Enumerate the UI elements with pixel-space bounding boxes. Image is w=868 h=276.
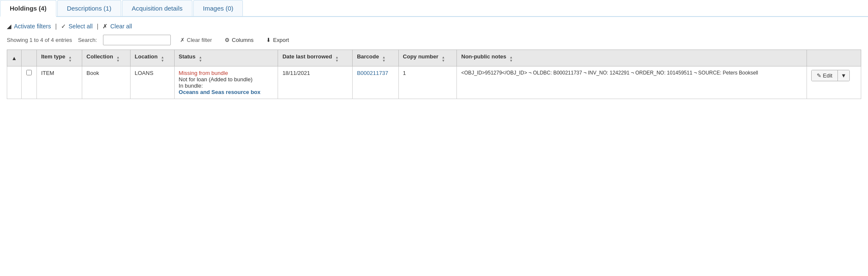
search-input[interactable] <box>103 35 171 45</box>
row-copy-number: 1 <box>398 66 457 99</box>
edit-dropdown-button[interactable]: ▼ <box>838 70 849 81</box>
tab-descriptions[interactable]: Descriptions (1) <box>57 0 121 16</box>
status-label: Status <box>179 53 196 60</box>
search-row: Showing 1 to 4 of 4 entries Search: ✗ Cl… <box>0 33 868 50</box>
status-missing: Missing from bundle <box>179 70 228 76</box>
collection-label: Collection <box>86 53 113 60</box>
barcode-sort: ▲▼ <box>382 56 386 63</box>
bundle-link[interactable]: Oceans and Seas resource box <box>179 89 261 95</box>
row-location: LOANS <box>130 66 174 99</box>
col-header-collection[interactable]: Collection ▲▼ <box>82 50 131 66</box>
row-notes: <OBJ_ID>951279</OBJ_ID> ¬ OLDBC: B000211… <box>457 66 807 99</box>
export-label: Export <box>273 37 289 43</box>
location-sort: ▲▼ <box>161 56 164 63</box>
barcode-link[interactable]: B000211737 <box>357 70 388 76</box>
col-header-item-type[interactable]: Item type ▲▼ <box>36 50 82 66</box>
copy-number-label: Copy number <box>403 53 439 60</box>
row-checkbox-cell <box>21 66 36 99</box>
row-actions: ✎ Edit ▼ <box>807 66 861 99</box>
col-header-barcode[interactable]: Barcode ▲▼ <box>353 50 398 66</box>
check-icon: ✓ <box>61 23 66 30</box>
activate-filters-link[interactable]: Activate filters <box>14 23 51 30</box>
collection-sort: ▲▼ <box>116 56 120 63</box>
columns-button[interactable]: ⚙ Columns <box>221 35 257 45</box>
status-sort: ▲▼ <box>199 56 202 63</box>
col-header-non-public-notes[interactable]: Non-public notes ▲▼ <box>457 50 807 66</box>
row-item-type: ITEM <box>36 66 82 99</box>
select-all-link[interactable]: Select all <box>69 23 93 30</box>
col-header-date-last-borrowed[interactable]: Date last borrowed ▲▼ <box>278 50 353 66</box>
separator-1: | <box>55 23 57 30</box>
row-checkbox[interactable] <box>26 70 32 75</box>
row-status: Missing from bundle Not for loan (Added … <box>174 66 278 99</box>
tab-images[interactable]: Images (0) <box>193 0 243 16</box>
table-header-row: ▲ Item type ▲▼ Collection ▲▼ Location ▲▼… <box>7 50 861 66</box>
tab-acquisition[interactable]: Acquisition details <box>122 0 192 16</box>
export-icon: ⬇ <box>266 37 271 43</box>
date-sort: ▲▼ <box>335 56 339 63</box>
separator-2: | <box>97 23 99 30</box>
clear-all-link[interactable]: Clear all <box>110 23 132 30</box>
item-type-sort: ▲▼ <box>69 56 72 63</box>
edit-button-group: ✎ Edit ▼ <box>811 70 850 81</box>
holdings-table-wrapper: ▲ Item type ▲▼ Collection ▲▼ Location ▲▼… <box>0 50 868 106</box>
tabs-bar: Holdings (4) Descriptions (1) Acquisitio… <box>0 0 868 17</box>
search-label: Search: <box>78 37 97 43</box>
holdings-table: ▲ Item type ▲▼ Collection ▲▼ Location ▲▼… <box>7 50 861 99</box>
edit-button[interactable]: ✎ Edit <box>812 70 838 81</box>
copy-number-sort: ▲▼ <box>442 56 445 63</box>
notes-sort: ▲▼ <box>509 56 513 63</box>
gear-icon: ⚙ <box>225 37 230 43</box>
col-header-check <box>21 50 36 66</box>
x-icon: ✗ <box>103 23 108 30</box>
export-button[interactable]: ⬇ Export <box>263 35 292 45</box>
status-not-for-loan: Not for loan (Added to bundle) <box>179 76 253 83</box>
sort-up-icon: ▲ <box>11 55 17 61</box>
barcode-label: Barcode <box>357 53 379 60</box>
row-date-last-borrowed: 18/11/2021 <box>278 66 353 99</box>
row-collection: Book <box>82 66 131 99</box>
col-header-copy-number[interactable]: Copy number ▲▼ <box>398 50 457 66</box>
status-in-bundle-label: In bundle: <box>179 83 203 89</box>
col-header-actions <box>807 50 861 66</box>
tab-holdings[interactable]: Holdings (4) <box>0 0 56 17</box>
action-toolbar: ◢ Activate filters | ✓ Select all | ✗ Cl… <box>0 17 868 33</box>
columns-label: Columns <box>232 37 253 43</box>
date-last-borrowed-label: Date last borrowed <box>282 53 332 60</box>
clear-filter-button[interactable]: ✗ Clear filter <box>177 35 215 45</box>
x-clear-icon: ✗ <box>180 37 185 43</box>
col-header-sort[interactable]: ▲ <box>7 50 22 66</box>
non-public-notes-label: Non-public notes <box>461 53 506 60</box>
showing-text: Showing 1 to 4 of 4 entries <box>7 37 72 43</box>
col-header-status[interactable]: Status ▲▼ <box>174 50 278 66</box>
table-row: ITEM Book LOANS Missing from bundle Not … <box>7 66 861 99</box>
location-label: Location <box>135 53 158 60</box>
row-sort <box>7 66 22 99</box>
item-type-label: Item type <box>41 53 65 60</box>
row-barcode: B000211737 <box>353 66 398 99</box>
clear-filter-label: Clear filter <box>187 37 212 43</box>
tab-list: Holdings (4) Descriptions (1) Acquisitio… <box>0 0 868 17</box>
col-header-location[interactable]: Location ▲▼ <box>130 50 174 66</box>
filter-icon: ◢ <box>7 23 11 30</box>
